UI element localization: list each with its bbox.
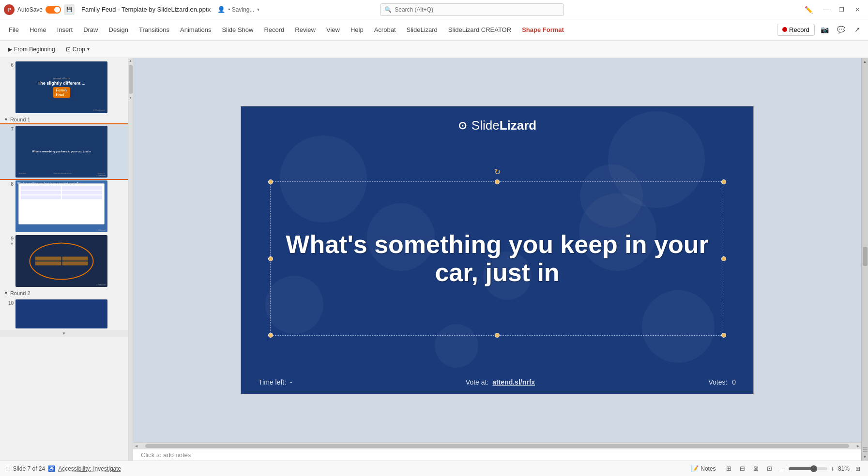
crop-dropdown-icon[interactable]: ▾	[87, 46, 90, 52]
saving-status: • Saving...	[228, 6, 254, 13]
play-icon: ▶	[8, 46, 12, 53]
scroll-left-arrow[interactable]: ◄	[134, 444, 138, 448]
crop-button[interactable]: ⊡ Crop ▾	[62, 45, 93, 54]
scroll-down-arrow[interactable]: ▼	[129, 96, 133, 100]
scroll-up-arrow[interactable]: ▲	[129, 59, 133, 63]
scroll-zoom-out[interactable]	[863, 451, 868, 452]
tab-animations[interactable]: Animations	[175, 24, 216, 35]
slide-logo: ⊙ SlideLizard	[458, 118, 536, 133]
restore-button[interactable]: ❐	[835, 3, 849, 16]
handle-tr[interactable]	[721, 179, 726, 184]
logo-bold: Lizard	[500, 118, 537, 133]
tab-help[interactable]: Help	[346, 24, 368, 35]
vote-url: attend.sl/nrfx	[492, 378, 535, 386]
tab-acrobat[interactable]: Acrobat	[369, 24, 401, 35]
search-bar[interactable]: 🔍	[380, 3, 564, 16]
scroll-zoom-mid[interactable]	[863, 449, 868, 450]
minimize-button[interactable]: —	[820, 3, 833, 16]
panel-scrollbar[interactable]: ▲ ▼	[128, 58, 133, 461]
slide-item-8[interactable]: 8 What's something you keep in your car,…	[0, 179, 128, 234]
scroll-down-btn[interactable]: ▼	[0, 330, 128, 337]
scroll-zoom-in[interactable]	[863, 447, 868, 448]
canvas-area: ⊙ SlideLizard ↻	[133, 58, 861, 461]
handle-tl[interactable]	[268, 179, 273, 184]
tab-slideshow[interactable]: Slide Show	[217, 24, 258, 35]
zoom-out-btn[interactable]: −	[780, 465, 787, 473]
from-beginning-button[interactable]: ▶ From Beginning	[4, 45, 59, 54]
search-input[interactable]	[395, 6, 560, 13]
slide-item-10[interactable]: 10	[0, 298, 128, 330]
file-title: Family Feud - Template by SlideLizard.en…	[81, 6, 211, 13]
tab-draw[interactable]: Draw	[78, 24, 103, 35]
tab-slidelizard[interactable]: SlideLizard	[402, 24, 442, 35]
zoom-thumb[interactable]	[810, 465, 817, 472]
slide-thumb-6: attend.sl/nrfx The slightly different ..…	[15, 61, 107, 113]
votes-value: 0	[732, 378, 736, 386]
tab-shape-format[interactable]: Shape Format	[517, 24, 569, 35]
slide-canvas[interactable]: ⊙ SlideLizard ↻	[241, 106, 754, 394]
handle-br[interactable]	[721, 333, 726, 338]
scroll-thumb-v	[129, 65, 133, 94]
handle-bm[interactable]	[495, 333, 500, 338]
tab-review[interactable]: Review	[290, 24, 320, 35]
tab-record[interactable]: Record	[259, 24, 289, 35]
handle-tm[interactable]	[495, 179, 500, 184]
votes-info: Votes: 0	[708, 378, 736, 386]
tab-slidelizard-creator[interactable]: SlideLizard CREATOR	[443, 24, 516, 35]
zoom-controls: − + 81%	[780, 465, 850, 473]
tab-home[interactable]: Home	[25, 24, 51, 35]
notes-placeholder[interactable]: Click to add notes	[133, 449, 861, 461]
file-save-icon[interactable]: 💾	[64, 4, 75, 15]
scroll-up-right[interactable]: ▲	[862, 58, 868, 65]
fit-slide-btn[interactable]: ⊞	[853, 465, 862, 472]
slide-star-9: ★	[10, 241, 14, 246]
canvas-right-scrollbar[interactable]: ▲ ▼	[861, 58, 868, 461]
ribbon: File Home Insert Draw Design Transitions…	[0, 19, 868, 41]
handle-bl[interactable]	[268, 333, 273, 338]
section-round2[interactable]: ▼ Round 2	[0, 288, 128, 298]
tab-view[interactable]: View	[321, 24, 345, 35]
tab-design[interactable]: Design	[104, 24, 133, 35]
reading-view-btn[interactable]: ⊠	[750, 462, 762, 475]
canvas-scrollbar-h[interactable]: ◄ ►	[133, 442, 861, 449]
zoom-in-btn[interactable]: +	[829, 465, 836, 473]
slide-item-9[interactable]: 9 ★ ⊙ SlideLizard	[0, 234, 128, 288]
rotate-handle[interactable]: ↻	[494, 167, 501, 177]
section-arrow-round2: ▼	[4, 291, 8, 296]
search-icon: 🔍	[384, 6, 392, 13]
section-round1[interactable]: ▼ Round 1	[0, 115, 128, 124]
logo-text: SlideLizard	[472, 118, 536, 133]
toolbar: ▶ From Beginning ⊡ Crop ▾	[0, 41, 868, 58]
slide-page-icon: □	[6, 465, 10, 473]
record-button[interactable]: Record	[777, 24, 815, 36]
slidelizard-spiral-icon: ⊙	[458, 119, 467, 132]
slide-text-box[interactable]: ↻ What's something you keep in your car,…	[270, 181, 724, 336]
close-button[interactable]: ✕	[851, 3, 864, 16]
slide-item-6[interactable]: 6 attend.sl/nrfx The slightly different …	[0, 60, 128, 115]
record-button-label: Record	[789, 26, 809, 33]
camera-icon[interactable]: 📷	[818, 23, 831, 36]
slide-scroll-area[interactable]: ⊙ SlideLizard ↻	[133, 58, 861, 442]
tab-insert[interactable]: Insert	[52, 24, 78, 35]
tab-file[interactable]: File	[4, 24, 24, 35]
pen-icon[interactable]: ✏️	[802, 3, 816, 16]
zoom-level: 81%	[838, 465, 850, 472]
scroll-down-right[interactable]: ▼	[862, 453, 868, 461]
normal-view-btn[interactable]: ⊞	[723, 462, 735, 475]
handle-mr[interactable]	[721, 256, 726, 261]
tab-transitions[interactable]: Transitions	[134, 24, 174, 35]
handle-ml[interactable]	[268, 256, 273, 261]
accessibility-label[interactable]: Accessibility: Investigate	[58, 465, 121, 472]
slide-item-7[interactable]: 7 What's something you keep in your car,…	[0, 124, 128, 179]
scroll-right-arrow[interactable]: ►	[856, 444, 860, 448]
presentation-btn[interactable]: ⊡	[763, 462, 776, 475]
comment-icon[interactable]: 💬	[834, 23, 848, 36]
share-icon[interactable]: ↗	[851, 23, 864, 36]
zoom-slider[interactable]	[789, 467, 827, 470]
slide-sorter-btn[interactable]: ⊟	[736, 462, 749, 475]
vote-info: Vote at: attend.sl/nrfx	[466, 378, 535, 386]
notes-button[interactable]: 📝 Notes	[688, 464, 718, 473]
saving-chevron[interactable]: ▾	[257, 7, 259, 12]
autosave-toggle[interactable]	[46, 6, 61, 14]
crop-icon: ⊡	[66, 46, 71, 53]
